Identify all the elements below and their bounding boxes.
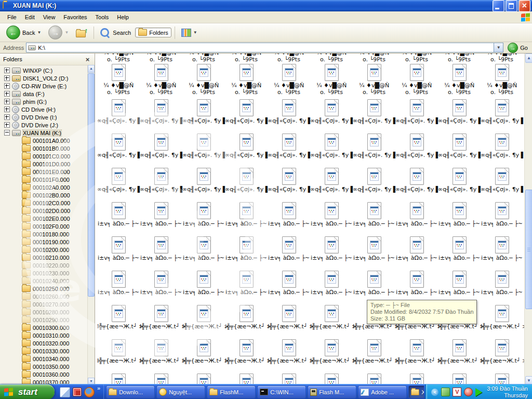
file-item[interactable]: ∞q╢«Çσj». ¶y ▌ <box>225 97 268 131</box>
file-item[interactable]: ∞q╢«Çσj». ¶y ▌ <box>353 131 395 166</box>
expand-plus-icon[interactable] <box>4 114 10 120</box>
tree-item-folder[interactable]: 000101A0.000 <box>0 137 88 144</box>
close-button[interactable] <box>518 0 530 12</box>
file-item[interactable]: i±v╕ àΩo.─ ├~ <box>225 200 268 234</box>
restore-button[interactable] <box>506 0 517 12</box>
tree-scrollbar[interactable]: ▲ ▼ <box>87 65 95 385</box>
file-item[interactable]: ∞q╢«Çσj». ¶y ▌ <box>268 97 310 131</box>
file-item[interactable]: i±v╕ àΩo.─ ├~ <box>481 234 523 269</box>
file-item[interactable]: i±v╕ àΩo.─ ├~ <box>268 200 310 234</box>
expand-plus-icon[interactable] <box>4 68 10 73</box>
file-item[interactable]: ¼ ♦v█@Ño. └9Pts <box>310 62 353 97</box>
tree-item-folder[interactable]: 00010250.000 <box>0 285 88 292</box>
tree-item-folder[interactable]: 00010190.000 <box>0 238 88 246</box>
forward-button[interactable]: → ▼ <box>45 24 72 41</box>
file-item[interactable]: i±v╕ àΩo.─ ├~ <box>310 200 353 234</box>
quick-launch-more-chevron[interactable]: » <box>97 385 100 391</box>
file-item[interactable]: I╬╤{æe¬Ж.t┘ > <box>310 303 353 337</box>
tree-item-folder[interactable]: 000101D0.000 <box>0 160 88 168</box>
file-item[interactable]: ¼ ♦v█@Ño. └9Pts <box>481 54 523 62</box>
menu-item-favorites[interactable]: Favorites <box>59 13 91 21</box>
file-item[interactable] <box>268 371 310 385</box>
file-item[interactable]: i±v╕ àΩo.─ ├~ <box>353 269 395 303</box>
taskbar-button[interactable]: C:\WIN... <box>257 385 306 398</box>
tree-item-drive[interactable]: DVD Drive (I:) <box>0 113 88 121</box>
file-item[interactable]: ∞q╢«Çσj». ¶y ▌ <box>97 166 140 200</box>
file-item[interactable]: ¼ ♦v█@Ño. └9Pts <box>268 62 310 97</box>
up-button[interactable]: ↑ <box>73 26 90 39</box>
tray-clock[interactable]: 3:09 Đào Thuần Thursday <box>485 385 528 399</box>
file-item[interactable]: ∞q╢«Çσj». ¶y ▌ <box>140 131 182 166</box>
file-item[interactable]: i±v╕ àΩo.─ ├~ <box>438 269 481 303</box>
file-item[interactable]: ∞q╢«Çσj». ¶y ▌ <box>395 131 438 166</box>
file-item[interactable]: I╬╤{æe¬Ж.t┘ > <box>225 337 268 371</box>
file-item[interactable]: ∞q╢«Çσj». ¶y ▌ <box>438 131 481 166</box>
file-item[interactable]: ¼ ♦v█@Ño. └9Pts <box>97 54 140 62</box>
views-button[interactable]: ▼ <box>178 27 201 38</box>
file-item[interactable] <box>140 371 182 385</box>
file-item[interactable]: ∞q╢«Çσj». ¶y ▌ <box>310 131 353 166</box>
file-list-scrollbar[interactable]: ▲ ▼ <box>524 54 532 385</box>
tree-item-drive[interactable]: DVD Drive (J:) <box>0 121 88 129</box>
tree-item-folder[interactable]: 00010350.000 <box>0 363 88 370</box>
file-item[interactable]: i±v╕ àΩo.─ ├~ <box>438 200 481 234</box>
file-item[interactable]: ¼ ♦v█@Ño. └9Pts <box>353 54 395 62</box>
file-item[interactable]: I╬╤{æe¬Ж.t┘ > <box>182 337 225 371</box>
file-item[interactable]: i±v╕ àΩo.─ ├~ <box>268 234 310 269</box>
file-item[interactable]: i±v╕ àΩo.─ ├~ <box>97 234 140 269</box>
tree-item-folder[interactable]: 00010330.000 <box>0 347 88 355</box>
usb-device-icon[interactable] <box>441 388 450 396</box>
tree-item-folder[interactable]: 00010320.000 <box>0 339 88 347</box>
tree-item-folder[interactable]: 00010340.000 <box>0 355 88 363</box>
back-button[interactable]: ← Back ▼ <box>3 24 44 41</box>
back-dropdown-icon[interactable]: ▼ <box>37 30 41 35</box>
tree-item-drive[interactable]: CD Drive (H:) <box>0 105 88 113</box>
tree-item-folder[interactable]: 00010270.000 <box>0 300 88 308</box>
file-item[interactable]: I╬╤{æe¬Ж.t┘ > <box>140 303 182 337</box>
tree-item-folder[interactable]: 000101F0.000 <box>0 176 88 183</box>
file-item[interactable]: ∞q╢«Çσj». ¶y ▌ <box>182 131 225 166</box>
scroll-up-icon[interactable]: ▲ <box>525 54 532 63</box>
file-item[interactable]: I╬╤{æe¬Ж.t┘ > <box>353 337 395 371</box>
file-item[interactable]: ¼ ♦v█@Ño. └9Pts <box>225 54 268 62</box>
file-item[interactable]: ¼ ♦v█@Ño. └9Pts <box>268 54 310 62</box>
file-item[interactable]: ¼ ♦v█@Ño. └9Pts <box>438 62 481 97</box>
antivirus-v-icon[interactable]: V <box>453 388 461 396</box>
file-item[interactable]: ¼ ♦v█@Ño. └9Pts <box>310 54 353 62</box>
menu-item-tools[interactable]: Tools <box>91 13 113 21</box>
tree-item-folder[interactable]: 000102B0.000 <box>0 191 88 199</box>
menu-item-view[interactable]: View <box>39 13 60 21</box>
file-item[interactable]: i±v╕ àΩo.─ ├~ <box>353 234 395 269</box>
tree-item-drive[interactable]: data (F:) <box>0 90 88 98</box>
file-item[interactable]: ∞q╢«Çσj». ¶y ▌ <box>353 97 395 131</box>
green-arrow-icon[interactable] <box>475 388 482 396</box>
address-input[interactable]: K:\ <box>26 43 494 52</box>
file-item[interactable]: i±v╕ àΩo.─ ├~ <box>310 269 353 303</box>
file-item[interactable]: i±v╕ àΩo.─ ├~ <box>395 234 438 269</box>
file-item[interactable]: i±v╕ àΩo.─ ├~ <box>481 269 523 303</box>
tree-item-folder[interactable]: 00010280.000 <box>0 308 88 316</box>
expand-plus-icon[interactable] <box>4 107 10 112</box>
tree-item-folder[interactable]: 00010240.000 <box>0 277 88 285</box>
file-item[interactable]: i±v╕ àΩo.─ ├~ <box>182 200 225 234</box>
tree-item-folder[interactable]: 00010310.000 <box>0 331 88 339</box>
file-item[interactable]: ∞q╢«Çσj». ¶y ▌ <box>481 97 523 131</box>
file-item[interactable]: I╬╤{æe¬Ж.t┘ > <box>395 337 438 371</box>
file-item[interactable]: ∞q╢«Çσj». ¶y ▌ <box>225 166 268 200</box>
expand-plus-icon[interactable] <box>4 83 10 89</box>
folders-button[interactable]: Folders <box>135 28 171 37</box>
file-item[interactable]: i±v╕ àΩo.─ ├~ <box>353 200 395 234</box>
title-bar[interactable]: XUAN MAI (K:) <box>0 0 532 11</box>
file-item[interactable]: ∞q╢«Çσj». ¶y ▌ <box>97 97 140 131</box>
menu-item-file[interactable]: File <box>3 13 21 21</box>
tree-item-folder[interactable]: 000102E0.000 <box>0 215 88 222</box>
file-item[interactable] <box>438 371 481 385</box>
views-dropdown-icon[interactable]: ▼ <box>193 30 197 35</box>
scroll-up-icon[interactable]: ▲ <box>88 65 95 73</box>
file-item[interactable]: ¼ ♦v█@Ño. └9Pts <box>97 62 140 97</box>
file-item[interactable]: ∞q╢«Çσj». ¶y ▌ <box>140 97 182 131</box>
tree-item-folder[interactable]: 00010360.000 <box>0 370 88 378</box>
search-button[interactable]: Search <box>97 26 134 38</box>
file-item[interactable]: i±v╕ àΩo.─ ├~ <box>140 234 182 269</box>
file-item[interactable]: I╬╤{æe¬Ж.t┘ > <box>481 337 523 371</box>
